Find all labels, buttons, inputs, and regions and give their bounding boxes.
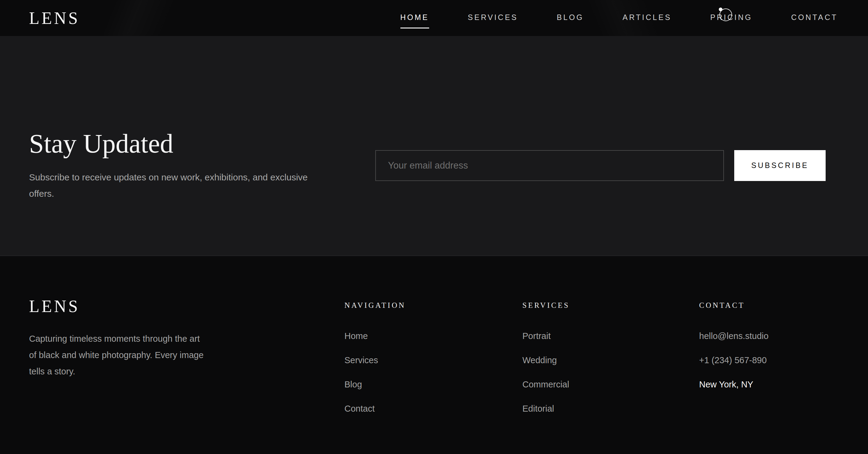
footer-link-services[interactable]: Services [344,355,378,365]
footer-brand: LENS Capturing timeless moments through … [29,298,344,380]
newsletter-section: Stay Updated Subscribe to receive update… [0,36,868,256]
footer-link-blog[interactable]: Blog [344,380,362,389]
footer-link-portrait[interactable]: Portrait [522,331,551,341]
footer-links-contact: hello@lens.studio +1 (234) 567-890 New Y… [699,331,839,390]
list-item: Editorial [522,404,699,415]
top-navigation: LENS HOME SERVICES BLOG ARTICLES PRICING… [0,0,868,36]
newsletter-form: SUBSCRIBE [375,150,826,181]
list-item: hello@lens.studio [699,331,839,342]
footer-column-services: SERVICES Portrait Wedding Commercial Edi… [522,298,699,428]
footer-logo[interactable]: LENS [29,298,80,315]
newsletter-subtitle: Subscribe to receive updates on new work… [29,169,332,202]
email-input[interactable] [375,150,724,181]
footer-column-contact: CONTACT hello@lens.studio +1 (234) 567-8… [699,298,839,404]
list-item: +1 (234) 567-890 [699,356,839,366]
footer-description: Capturing timeless moments through the a… [29,331,206,380]
footer-grid: LENS Capturing timeless moments through … [29,298,839,428]
list-item: Contact [344,404,522,415]
nav-item-contact[interactable]: CONTACT [791,13,838,23]
footer-heading-navigation: NAVIGATION [344,301,522,309]
footer-links-services: Portrait Wedding Commercial Editorial [522,331,699,415]
footer-link-home[interactable]: Home [344,331,368,341]
footer-link-email[interactable]: hello@lens.studio [699,331,768,341]
footer-link-commercial[interactable]: Commercial [522,380,569,389]
newsletter-intro: Stay Updated Subscribe to receive update… [29,129,332,202]
nav-item-pricing[interactable]: PRICING [710,13,752,23]
footer-heading-contact: CONTACT [699,301,839,309]
list-item: Blog [344,380,522,390]
footer-links-navigation: Home Services Blog Contact [344,331,522,415]
footer-heading-services: SERVICES [522,301,699,309]
list-item: Wedding [522,356,699,366]
list-item: New York, NY [699,380,839,390]
newsletter-title: Stay Updated [29,129,332,159]
nav-item-services[interactable]: SERVICES [468,13,518,23]
nav-logo[interactable]: LENS [29,10,80,27]
footer-column-navigation: NAVIGATION Home Services Blog Contact [344,298,522,428]
footer-link-location[interactable]: New York, NY [699,380,753,389]
footer: LENS Capturing timeless moments through … [0,256,868,454]
nav-item-home[interactable]: HOME [400,13,429,23]
nav-item-blog[interactable]: BLOG [557,13,584,23]
nav-menu: HOME SERVICES BLOG ARTICLES PRICING CONT… [400,13,838,23]
footer-link-editorial[interactable]: Editorial [522,404,554,414]
footer-link-phone[interactable]: +1 (234) 567-890 [699,355,767,365]
footer-link-contact[interactable]: Contact [344,404,375,414]
list-item: Commercial [522,380,699,390]
list-item: Portrait [522,331,699,342]
nav-item-articles[interactable]: ARTICLES [623,13,672,23]
subscribe-button[interactable]: SUBSCRIBE [734,150,826,181]
list-item: Services [344,356,522,366]
footer-link-wedding[interactable]: Wedding [522,355,557,365]
list-item: Home [344,331,522,342]
